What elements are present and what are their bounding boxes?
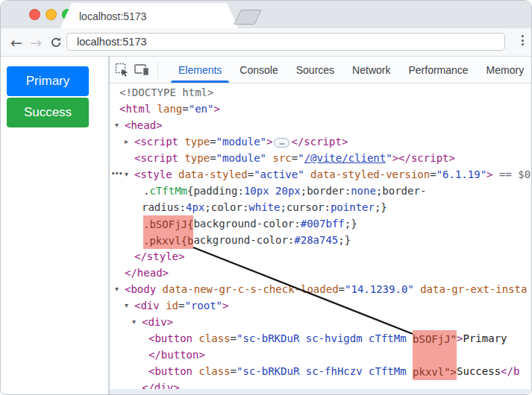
devtools-panel: ElementsConsoleSourcesNetworkPerformance… (108, 57, 531, 394)
elements-tree: <!DOCTYPE html><html lang="en">▾<head>▸<… (110, 83, 531, 394)
tab-network[interactable]: Network (352, 57, 390, 83)
code-line-text: <div id="root"> (134, 300, 228, 312)
minimize-icon[interactable] (46, 9, 57, 20)
annotation-highlight (413, 347, 457, 364)
tab-performance[interactable]: Performance (408, 57, 468, 83)
code-line-text: <button class="sc-bRKDuR sc-hvigdm cTftM… (148, 332, 507, 344)
code-line[interactable]: ▾<div> (110, 314, 531, 330)
code-line[interactable]: </style> (110, 248, 531, 265)
code-line-text: <html lang="en"> (119, 103, 220, 115)
code-line[interactable]: ▸<script type="module">…</script> (110, 133, 531, 150)
code-line-text: .bSOFjJ{background-color:#007bff;} (143, 218, 357, 230)
code-line-text: radius:4px;color:white;cursor:pointer;} (142, 201, 387, 213)
horizontal-scrollbar[interactable] (110, 389, 531, 394)
address-toolbar: ← → localhost:5173 (1, 28, 531, 57)
code-line[interactable]: .pkxvl{background-color:#28a745;} (110, 232, 531, 248)
collapse-arrow-icon[interactable]: ▾ (115, 281, 119, 297)
code-line[interactable]: <!DOCTYPE html> (110, 84, 531, 101)
annotation-highlight: .bSOFjJ{ (143, 215, 193, 233)
new-tab-button[interactable] (234, 10, 261, 25)
tab-bar: localhost:5173 (1, 1, 531, 29)
resource-link[interactable]: /@vite/client (304, 152, 387, 164)
code-line[interactable]: ▾<body data-new-gr-c-s-check-loaded="14.… (110, 281, 531, 297)
inspect-element-icon[interactable] (115, 63, 129, 80)
code-line-text: .cTftMm{padding:10px 20px;border:none;bo… (143, 185, 426, 197)
reload-icon[interactable] (48, 28, 64, 56)
code-line[interactable]: ▾<head> (110, 117, 531, 133)
inline-expand-icon[interactable]: … (274, 138, 290, 148)
device-toolbar-icon[interactable] (134, 63, 150, 80)
browser-window: localhost:5173 ← → localhost:5173 Primar… (0, 0, 532, 395)
more-actions-icon[interactable]: ⋯ (111, 166, 122, 182)
collapse-arrow-icon[interactable]: ▾ (125, 297, 128, 314)
success-button[interactable]: Success (7, 98, 89, 127)
primary-button[interactable]: Primary (7, 66, 89, 96)
toolbar-divider (157, 62, 158, 78)
devtools-toolbar: ElementsConsoleSourcesNetworkPerformance… (110, 57, 531, 83)
code-line[interactable]: <html lang="en"> (110, 101, 531, 117)
browser-menu-icon[interactable] (519, 35, 526, 45)
code-line-text: <div> (142, 316, 173, 328)
tab-console[interactable]: Console (240, 57, 278, 83)
url-text: localhost:5173 (77, 36, 147, 48)
code-line[interactable]: </head> (110, 265, 531, 281)
collapse-arrow-icon[interactable]: ▾ (115, 117, 119, 133)
code-line-text: </style> (134, 250, 184, 262)
back-icon[interactable]: ← (8, 28, 25, 56)
code-line-text: .pkxvl{background-color:#28a745;} (143, 234, 351, 246)
code-line-text: <head> (125, 119, 163, 131)
code-line[interactable]: <script type="module" src="/@vite/client… (110, 150, 531, 166)
url-bar[interactable]: localhost:5173 (66, 33, 505, 51)
code-line-text: <button class="sc-bRKDuR sc-fhHczv cTftM… (148, 365, 519, 377)
code-line[interactable]: ▾<div id="root"> (110, 297, 531, 314)
code-line[interactable]: ⋯▾<style data-styled="active" data-style… (110, 166, 531, 183)
forward-icon[interactable]: → (28, 28, 44, 56)
code-line-text: </button> (148, 349, 457, 361)
tab-sources[interactable]: Sources (296, 57, 334, 83)
browser-tab[interactable]: localhost:5173 (60, 3, 239, 29)
tab-elements[interactable]: Elements (178, 57, 222, 83)
code-line[interactable]: </button> (110, 347, 531, 363)
code-line[interactable]: .cTftMm{padding:10px 20px;border:none;bo… (110, 183, 531, 199)
page-content: PrimarySuccess (7, 66, 89, 127)
code-line[interactable]: <button class="sc-bRKDuR sc-hvigdm cTftM… (110, 330, 531, 347)
tab-memory[interactable]: Memory (486, 57, 525, 83)
code-line-text: <!DOCTYPE html> (119, 86, 213, 98)
code-line-text: <script type="module">…</script> (134, 136, 348, 148)
devtools-tabs: ElementsConsoleSourcesNetworkPerformance… (178, 57, 524, 83)
expand-arrow-icon[interactable]: ▸ (125, 133, 128, 150)
code-line[interactable]: radius:4px;color:white;cursor:pointer;} (110, 199, 531, 215)
code-line-text: <script type="module" src="/@vite/client… (134, 152, 455, 164)
code-line-text: <style data-styled="active" data-styled-… (134, 168, 531, 180)
annotation-highlight: bSOFjJ" (413, 330, 457, 347)
close-icon[interactable] (29, 9, 40, 20)
collapse-arrow-icon[interactable]: ▾ (125, 166, 128, 183)
code-line-text: </head> (125, 267, 169, 279)
annotation-highlight: .pkxvl{b (143, 232, 193, 249)
code-line[interactable]: <button class="sc-bRKDuR sc-fhHczv cTftM… (110, 363, 531, 379)
annotation-highlight: pkxvl"> (413, 363, 457, 380)
collapse-arrow-icon[interactable]: ▾ (132, 314, 136, 330)
code-line[interactable]: .bSOFjJ{background-color:#007bff;} (110, 215, 531, 232)
tab-title: localhost:5173 (60, 3, 239, 30)
reload-glyph (50, 37, 62, 48)
code-line-text: <body data-new-gr-c-s-check-loaded="14.1… (125, 283, 527, 295)
